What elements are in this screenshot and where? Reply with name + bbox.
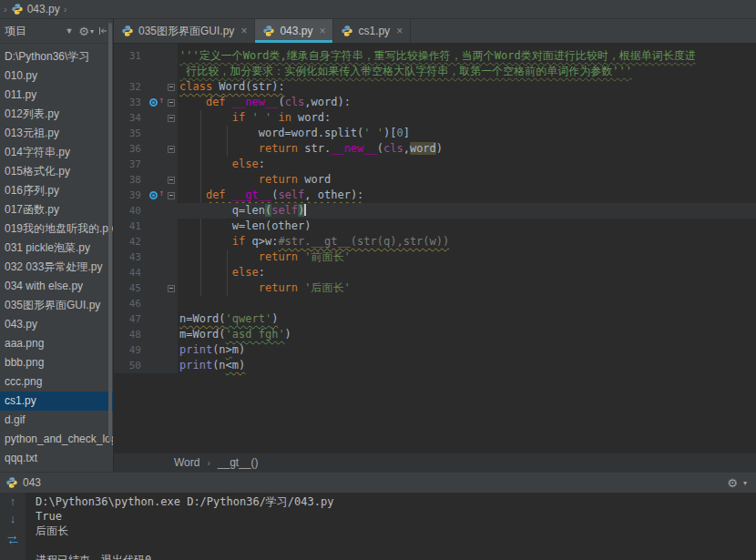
gear-icon[interactable]: ⚙ xyxy=(727,477,738,489)
run-tab-label[interactable]: 043 xyxy=(23,476,41,489)
close-icon[interactable]: × xyxy=(240,25,247,37)
code-line[interactable]: 31'''定义一个Word类,继承自身字符串，重写比较操作符，当两个Word类对… xyxy=(114,48,756,64)
file-item[interactable]: d.gif xyxy=(0,411,113,430)
file-item[interactable]: 012列表.py xyxy=(0,105,113,124)
code-line[interactable]: 41 w=len(other) xyxy=(114,219,756,234)
file-item[interactable]: 016序列.py xyxy=(0,181,113,200)
code-token: 'qwert' xyxy=(226,312,272,325)
code-token: 0 xyxy=(396,127,403,139)
fold-marker[interactable] xyxy=(168,146,175,153)
file-item[interactable]: 031 pickle泡菜.py xyxy=(0,239,113,258)
line-number: 41 xyxy=(114,219,147,234)
file-item[interactable]: 014字符串.py xyxy=(0,143,113,162)
chevron-icon: › xyxy=(207,458,209,468)
hide-panel-icon[interactable] xyxy=(97,25,108,36)
code-token xyxy=(179,188,206,201)
override-dot xyxy=(149,98,158,107)
sidebar-scrollbar[interactable] xyxy=(108,23,112,442)
chevron-down-icon[interactable]: ▾ xyxy=(90,27,94,36)
file-item[interactable]: 017函数.py xyxy=(0,200,113,219)
fold-marker[interactable] xyxy=(168,99,175,107)
code-line[interactable]: 50print(n<m) xyxy=(114,358,756,373)
gear-icon[interactable]: ⚙ xyxy=(78,25,89,37)
chevron-down-icon[interactable]: ▾ xyxy=(743,479,747,487)
console-line: 进程已结束，退出代码0 xyxy=(36,553,756,560)
close-icon[interactable]: × xyxy=(319,25,325,37)
editor-tab[interactable]: cs1.py× xyxy=(333,19,411,43)
fold-marker[interactable] xyxy=(168,192,175,199)
file-item[interactable]: aaa.png xyxy=(0,334,113,353)
file-item[interactable]: 043.py xyxy=(0,315,113,334)
code-line[interactable]: 47n=Word('qwert') xyxy=(114,311,756,327)
nav-file-name[interactable]: 043.py xyxy=(27,3,60,15)
file-item[interactable]: 015格式化.py xyxy=(0,162,113,181)
code-token: print xyxy=(179,359,212,372)
code-line[interactable]: 35 word=word.split(' ')[0] xyxy=(114,126,756,141)
chevron-down-icon[interactable]: ▼ xyxy=(65,26,73,36)
fold-marker[interactable] xyxy=(168,84,175,91)
file-item[interactable]: 019我的地盘听我的.py xyxy=(0,219,113,239)
file-item[interactable]: D:\Python36\学习 xyxy=(0,47,113,66)
code-token: m) xyxy=(232,359,245,372)
gutter-icon-slot xyxy=(147,79,165,95)
rerun-icon[interactable] xyxy=(6,534,19,546)
code-token: '后面长' xyxy=(304,281,350,294)
code-text: else: xyxy=(178,265,756,280)
gutter-icon-slot xyxy=(147,219,165,234)
code-line[interactable]: 42 if q>w:#str.__gt__(str(q),str(w)) xyxy=(114,234,756,249)
file-item[interactable]: cs1.py xyxy=(0,392,113,411)
line-number: 35 xyxy=(114,126,147,141)
code-token: ' ' xyxy=(251,111,271,124)
console-output[interactable]: D:\Python36\python.exe D:/Python36/学习/04… xyxy=(26,493,756,560)
code-line[interactable]: 33↑ def __new__(cls,word): xyxy=(114,95,756,110)
file-item[interactable]: qqq.txt xyxy=(0,449,113,468)
line-number: 42 xyxy=(114,234,147,249)
code-line[interactable]: 40 q=len(self) xyxy=(114,203,756,219)
code-line[interactable]: 行比较，加分要求：实例化如果传入带空格大队字符串，取第一个空格前的单词作为参数'… xyxy=(114,64,756,79)
file-item[interactable]: 010.py xyxy=(0,66,113,86)
code-text: return '前面长' xyxy=(178,249,756,265)
override-method-icon[interactable]: ↑ xyxy=(149,190,165,201)
up-arrow-icon[interactable]: ↑ xyxy=(10,495,16,508)
code-token: ( xyxy=(278,96,284,108)
fold-marker[interactable] xyxy=(168,285,175,292)
code-line[interactable]: 46 xyxy=(114,296,756,311)
code-line[interactable]: 38 return word xyxy=(114,172,756,188)
fold-marker[interactable] xyxy=(168,177,175,184)
file-item[interactable]: ccc.png xyxy=(0,372,113,392)
code-line[interactable]: 49print(n>m) xyxy=(114,342,756,358)
file-item[interactable]: python_and_check_log xyxy=(0,430,113,449)
code-line[interactable]: 45 return '后面长' xyxy=(114,280,756,296)
file-item[interactable]: 011.py xyxy=(0,86,113,105)
code-token: __new__ xyxy=(331,142,377,155)
file-item[interactable]: 034 with else.py xyxy=(0,277,113,296)
file-item[interactable]: 013元祖.py xyxy=(0,124,113,143)
code-token: ) xyxy=(285,328,291,341)
close-icon[interactable]: × xyxy=(396,25,403,37)
code-token: if xyxy=(232,235,252,248)
breadcrumb-method[interactable]: __gt__() xyxy=(218,456,259,469)
code-line[interactable]: 48m=Word('asd fgh') xyxy=(114,327,756,342)
code-line[interactable]: 39↑ def __gt__(self, other): xyxy=(114,188,756,203)
down-arrow-icon[interactable]: ↓ xyxy=(10,513,16,525)
editor-tab[interactable]: 043.py× xyxy=(255,19,333,43)
code-line[interactable]: 34 if ' ' in word: xyxy=(114,110,756,126)
code-line[interactable]: 36 return str.__new__(cls,word) xyxy=(114,141,756,157)
console-line xyxy=(36,538,756,553)
fold-marker[interactable] xyxy=(168,115,175,122)
file-item[interactable]: 032 033异常处理.py xyxy=(0,258,113,277)
file-item[interactable]: 035图形界面GUI.py xyxy=(0,296,113,315)
code-line[interactable]: 37 else: xyxy=(114,157,756,172)
breadcrumb-class[interactable]: Word xyxy=(174,456,199,469)
code-line[interactable]: 44 else: xyxy=(114,265,756,280)
gutter-icon-slot xyxy=(147,280,165,296)
project-tree: D:\Python36\学习010.py011.py012列表.py013元祖.… xyxy=(0,44,113,472)
code-line[interactable]: 43 return '前面长' xyxy=(114,249,756,265)
editor-tab[interactable]: 035图形界面GUI.py× xyxy=(114,19,255,43)
file-item[interactable]: 密码安全检测脚本.py xyxy=(0,468,113,472)
gutter-icon-slot xyxy=(147,48,165,64)
code-editor[interactable]: 3031'''定义一个Word类,继承自身字符串，重写比较操作符，当两个Word… xyxy=(114,44,756,453)
file-item[interactable]: bbb.png xyxy=(0,353,113,372)
override-method-icon[interactable]: ↑ xyxy=(149,97,165,108)
code-line[interactable]: 32class Word(str): xyxy=(114,79,756,95)
